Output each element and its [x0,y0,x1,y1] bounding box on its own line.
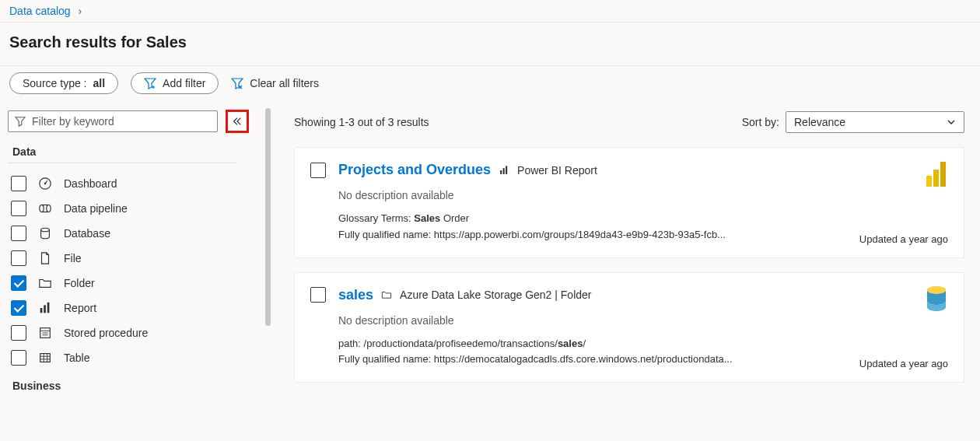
stored-procedure-icon [37,325,53,341]
pipeline-icon [37,201,53,216]
svg-rect-12 [44,305,46,313]
report-icon [499,165,509,176]
facet-label: Folder [64,277,95,289]
chevron-right-icon: › [79,5,82,17]
breadcrumb-link[interactable]: Data catalog [9,5,71,17]
filter-keyword-input[interactable] [8,110,218,132]
page-title: Search results for Sales [0,23,980,65]
facet-data-pipeline[interactable]: Data pipeline [8,196,266,221]
svg-rect-25 [506,166,507,174]
result-path: path: /productiondata/profiseedemo/trans… [338,336,948,352]
facet-dashboard[interactable]: Dashboard [8,171,266,196]
checkbox[interactable] [11,226,26,241]
folder-icon [381,289,392,300]
facet-table[interactable]: Table [8,345,266,370]
table-icon [37,350,53,366]
sort-label: Sort by: [742,116,779,128]
svg-point-10 [41,228,50,232]
adls-icon [925,285,948,312]
database-icon [37,226,53,241]
results-count: Showing 1-3 out of 3 results [294,116,429,128]
powerbi-icon [925,160,948,188]
folder-icon [37,275,53,291]
chevron-double-left-icon [232,116,243,127]
chevron-down-icon [947,117,956,127]
facet-file[interactable]: File [8,246,266,271]
result-type: Azure Data Lake Storage Gen2 | Folder [400,289,591,301]
checkbox[interactable] [11,325,26,341]
svg-point-6 [40,205,44,212]
report-icon [37,300,53,316]
svg-point-5 [44,183,46,184]
checkbox[interactable] [11,201,26,216]
facet-report[interactable]: Report [8,296,266,320]
facet-label: Data pipeline [64,202,128,215]
facet-label: Report [64,302,96,314]
result-fqn: Fully qualified name: https://democatalo… [338,352,948,368]
add-filter-button[interactable]: Add filter [131,72,219,94]
facet-label: Stored procedure [64,327,148,339]
svg-point-7 [47,205,51,212]
svg-rect-11 [40,308,43,313]
section-header-business: Business [12,380,266,392]
result-updated: Updated a year ago [859,233,948,245]
svg-rect-26 [926,176,932,187]
filter-bar: Source type : all Add filter Clear all f… [0,66,980,103]
clear-all-filters-button[interactable]: Clear all filters [231,77,319,89]
facet-label: Database [64,227,110,240]
svg-rect-13 [47,303,50,313]
facet-label: Table [64,352,89,364]
svg-point-30 [927,286,946,294]
collapse-sidebar-button[interactable] [226,110,249,133]
filters-sidebar: Data Dashboard Data pipeline Database [0,103,271,436]
svg-rect-23 [500,170,502,174]
checkbox[interactable] [11,176,26,191]
funnel-icon [15,116,26,127]
funnel-clear-icon [231,77,243,89]
checkbox[interactable] [11,350,26,366]
results-content: Showing 1-3 out of 3 results Sort by: Re… [271,103,980,436]
facet-label: File [64,252,82,264]
checkbox[interactable] [11,300,26,316]
scrollbar[interactable] [265,108,271,326]
source-type-filter[interactable]: Source type : all [9,72,118,94]
result-description: No description available [338,314,948,327]
svg-rect-27 [933,170,939,187]
result-title[interactable]: sales [338,287,373,303]
dashboard-icon [37,176,53,191]
result-card[interactable]: sales Azure Data Lake Storage Gen2 | Fol… [294,272,964,383]
checkbox[interactable] [310,163,326,178]
result-title[interactable]: Projects and Overdues [338,162,491,178]
result-fqn: Fully qualified name: https://app.powerb… [338,227,948,243]
facet-stored-procedure[interactable]: Stored procedure [8,320,266,345]
facet-database[interactable]: Database [8,221,266,246]
checkbox[interactable] [310,287,326,303]
result-glossary: Glossary Terms: Sales Order [338,211,948,227]
checkbox[interactable] [11,250,26,266]
sort-select[interactable]: Relevance [786,111,964,133]
facet-label: Dashboard [64,177,117,190]
result-updated: Updated a year ago [859,358,948,369]
funnel-plus-icon [144,77,156,89]
svg-rect-18 [40,354,51,362]
breadcrumb: Data catalog › [0,0,980,22]
svg-rect-28 [940,162,946,187]
result-description: No description available [338,189,948,201]
file-icon [37,250,53,266]
section-header-data: Data [12,145,266,158]
result-card[interactable]: Projects and Overdues Power BI Report No… [294,147,964,258]
checkbox[interactable] [11,275,26,291]
facet-folder[interactable]: Folder [8,271,266,296]
result-type: Power BI Report [517,164,597,177]
svg-rect-24 [503,168,505,174]
